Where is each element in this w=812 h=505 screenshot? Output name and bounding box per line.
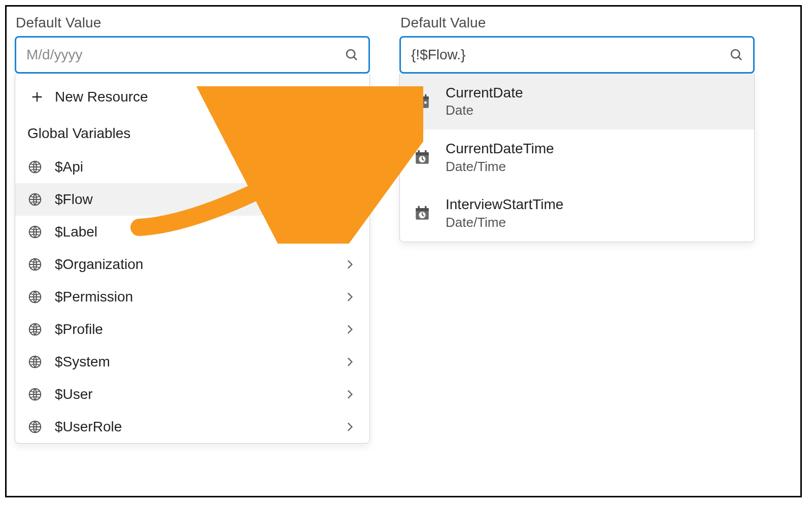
svg-rect-17 — [418, 94, 420, 98]
new-resource-button[interactable]: New Resource — [15, 74, 369, 122]
global-variable-item[interactable]: $Profile — [15, 313, 369, 346]
svg-rect-16 — [416, 96, 429, 99]
svg-rect-19 — [418, 102, 420, 104]
global-variable-label: $UserRole — [55, 419, 330, 435]
global-variable-item[interactable]: $UserRole — [15, 411, 369, 443]
global-variable-item[interactable]: $Permission — [15, 281, 369, 313]
left-items-list: $Api $Flow $Label $Organization — [15, 151, 369, 443]
flow-variable-item[interactable]: InterviewStartTimeDate/Time — [400, 185, 754, 241]
flow-variable-name: InterviewStartTime — [446, 195, 563, 214]
svg-point-13 — [731, 50, 739, 58]
flow-variable-type: Date/Time — [446, 214, 563, 231]
globe-icon — [27, 257, 43, 272]
chevron-right-icon — [342, 387, 357, 402]
global-variables-header: Global Variables — [15, 122, 369, 151]
plus-icon — [29, 89, 45, 105]
flow-variable-item[interactable]: CurrentDateDate — [400, 74, 754, 129]
svg-rect-32 — [425, 206, 426, 210]
global-variable-label: $Api — [55, 159, 330, 175]
search-icon — [344, 47, 359, 62]
globe-icon — [27, 289, 43, 305]
svg-rect-31 — [418, 206, 420, 210]
global-variable-label: $Flow — [55, 191, 330, 208]
global-variable-item[interactable]: $User — [15, 378, 369, 411]
globe-icon — [27, 224, 43, 240]
left-dropdown: New Resource Global Variables $Api $Flow — [15, 74, 370, 444]
svg-rect-27 — [425, 150, 426, 154]
chevron-right-icon — [342, 192, 357, 207]
svg-rect-30 — [416, 209, 429, 212]
right-items-list: CurrentDateDate CurrentDateTimeDate/Time… — [400, 74, 754, 242]
flow-variable-item[interactable]: CurrentDateTimeDate/Time — [400, 129, 754, 185]
chevron-right-icon — [342, 224, 357, 240]
global-variable-label: $Permission — [55, 289, 330, 305]
globe-icon — [27, 192, 43, 207]
global-variable-label: $Profile — [55, 321, 330, 338]
right-panel: Default Value CurrentDateDate — [399, 13, 755, 444]
globe-icon — [27, 387, 43, 402]
left-search-box[interactable] — [15, 36, 370, 74]
svg-rect-18 — [425, 94, 426, 98]
columns: Default Value New Resource — [15, 13, 792, 444]
global-variable-item[interactable]: $Organization — [15, 248, 369, 281]
globe-icon — [27, 354, 43, 369]
calendar-clock-icon — [413, 148, 431, 166]
svg-rect-21 — [424, 102, 426, 104]
chevron-right-icon — [342, 354, 357, 369]
svg-rect-25 — [416, 152, 429, 155]
app-frame: Default Value New Resource — [5, 5, 802, 497]
new-resource-label: New Resource — [55, 89, 148, 105]
right-search-input[interactable] — [410, 46, 729, 63]
global-variable-label: $System — [55, 354, 330, 370]
left-field-label: Default Value — [16, 15, 370, 31]
flow-variable-text: CurrentDateDate — [446, 84, 523, 119]
right-search-box[interactable] — [399, 36, 755, 74]
right-field-label: Default Value — [400, 15, 755, 31]
global-variable-label: $User — [55, 386, 330, 402]
global-variable-item[interactable]: $System — [15, 346, 369, 378]
left-panel: Default Value New Resource — [15, 13, 370, 444]
svg-point-0 — [347, 50, 355, 58]
global-variable-label: $Label — [55, 224, 330, 240]
flow-variable-text: InterviewStartTimeDate/Time — [446, 195, 563, 231]
global-variable-label: $Organization — [55, 256, 330, 273]
svg-rect-26 — [418, 150, 420, 154]
flow-variable-type: Date/Time — [446, 158, 554, 176]
globe-icon — [27, 419, 43, 434]
flow-variable-name: CurrentDateTime — [446, 140, 554, 158]
chevron-right-icon — [342, 159, 357, 175]
chevron-right-icon — [342, 257, 357, 272]
flow-variable-text: CurrentDateTimeDate/Time — [446, 140, 554, 175]
search-icon — [729, 47, 744, 62]
global-variable-item[interactable]: $Label — [15, 216, 369, 248]
chevron-right-icon — [342, 419, 357, 434]
svg-rect-22 — [418, 105, 420, 107]
right-dropdown: CurrentDateDate CurrentDateTimeDate/Time… — [399, 74, 755, 242]
svg-rect-23 — [421, 105, 423, 107]
chevron-right-icon — [342, 289, 357, 305]
flow-variable-type: Date — [446, 102, 523, 119]
chevron-right-icon — [342, 322, 357, 337]
svg-rect-20 — [421, 102, 423, 104]
calendar-clock-icon — [413, 204, 431, 222]
globe-icon — [27, 322, 43, 337]
flow-variable-name: CurrentDate — [446, 84, 523, 102]
left-search-input[interactable] — [25, 46, 344, 63]
calendar-icon — [413, 92, 431, 111]
svg-line-14 — [738, 57, 741, 60]
global-variable-item[interactable]: $Flow — [15, 183, 369, 216]
globe-icon — [27, 159, 43, 175]
svg-line-1 — [354, 57, 357, 60]
global-variable-item[interactable]: $Api — [15, 151, 369, 183]
